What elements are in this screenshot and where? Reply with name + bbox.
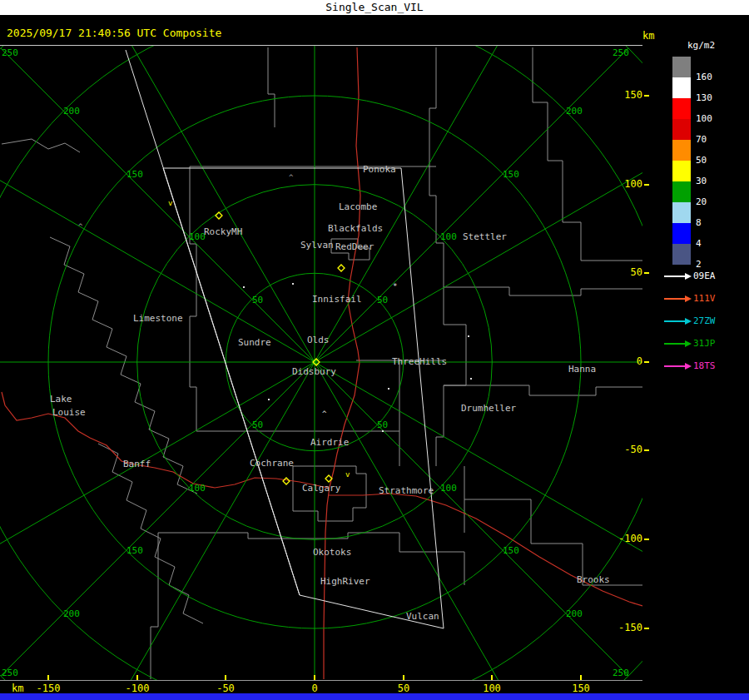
- scale-value: 8: [696, 217, 702, 228]
- city-label: Okotoks: [313, 547, 351, 558]
- right-axis-tick-label: -50: [609, 444, 642, 455]
- ring-label: 200: [63, 106, 80, 117]
- right-axis-tick-label: 100: [609, 178, 642, 190]
- legend-site-id: 27ZW: [693, 315, 716, 326]
- legend-site-row: 09EA: [664, 265, 716, 287]
- city-label: Lake: [50, 394, 72, 405]
- scale-value: 50: [696, 155, 707, 166]
- range-spoke-240: [0, 362, 315, 584]
- legend-site-id: 111V: [693, 293, 716, 304]
- ring-label: 150: [503, 545, 519, 556]
- ring-label: 50: [252, 295, 263, 305]
- ring-label: 100: [440, 231, 457, 242]
- right-axis-tick: [644, 539, 649, 540]
- city-label: HighRiver: [320, 576, 370, 587]
- right-axis-tick-label: -150: [609, 622, 642, 633]
- city-label: Stettler: [463, 231, 507, 242]
- city-label: RedDeer: [335, 241, 374, 252]
- caret-marker: ^: [322, 410, 327, 418]
- city-label: Innisfail: [312, 294, 362, 305]
- bottom-axis-tick: [225, 675, 226, 680]
- ring-label: 50: [252, 420, 263, 430]
- scale-swatch: [672, 140, 691, 161]
- town-dot-marker: [470, 378, 472, 380]
- bottom-axis-tick-label: 50: [384, 683, 424, 694]
- right-axis-tick: [644, 184, 649, 186]
- town-dot-marker: [388, 388, 389, 390]
- legend-site-row: 111V: [664, 287, 716, 310]
- bottom-axis-tick-label: -100: [117, 683, 157, 694]
- county-boundary: [429, 47, 444, 325]
- window-title-bar: Single_Scan_VIL: [0, 0, 749, 15]
- city-label: Strathmore: [379, 485, 434, 496]
- scan-timestamp: 2025/09/17 21:40:56 UTC Composite: [7, 27, 221, 39]
- city-label: Sundre: [238, 337, 271, 348]
- ring-label: 100: [189, 231, 206, 242]
- city-label: Olds: [307, 335, 330, 345]
- vee-marker: v: [345, 470, 350, 479]
- legend-arrow: [664, 298, 686, 300]
- right-axis-tick-label: -100: [609, 533, 642, 544]
- caret-marker: ^: [289, 173, 294, 181]
- county-boundary: [444, 287, 642, 295]
- legend-arrow: [664, 320, 686, 322]
- right-axis-tick-label: 150: [609, 89, 642, 101]
- county-boundary: [444, 385, 642, 395]
- highway-1-west: [2, 392, 328, 488]
- caret-marker: ^: [78, 222, 83, 231]
- scale-swatch: [672, 77, 691, 98]
- map-border-bottom: [0, 680, 642, 681]
- scale-unit-label: kg/m2: [687, 40, 715, 51]
- legend-site-row: 18TS: [664, 355, 716, 377]
- right-axis-tick: [644, 628, 649, 629]
- right-axis-tick: [644, 272, 649, 274]
- range-spoke-210: [92, 362, 315, 681]
- scale-swatch: [672, 119, 691, 140]
- city-label: Limestone: [133, 313, 183, 324]
- bottom-axis-tick: [314, 675, 315, 680]
- scale-value: 4: [696, 238, 702, 249]
- legend-site-row: 27ZW: [664, 310, 716, 332]
- city-label: Brooks: [577, 574, 610, 585]
- legend-arrow: [664, 276, 686, 277]
- county-boundary: [399, 533, 464, 585]
- right-axis-tick: [644, 361, 649, 363]
- legend-site-row: 31JP: [664, 332, 716, 355]
- city-label: Vulcan: [406, 611, 439, 622]
- ring-label: 250: [613, 668, 629, 678]
- city-label: Didsbury: [292, 366, 336, 377]
- bottom-axis-tick: [491, 675, 493, 680]
- ring-label: 150: [503, 169, 519, 180]
- scale-value: 70: [696, 134, 707, 145]
- city-label: Blackfalds: [328, 223, 383, 234]
- bottom-axis-unit: km: [12, 683, 23, 694]
- ring-label: 250: [2, 668, 18, 678]
- city-label: Sylvan: [300, 240, 334, 251]
- radar-site-marker: [283, 478, 290, 484]
- ring-label: 100: [189, 483, 206, 494]
- highway-1-east: [328, 494, 642, 606]
- town-dot-marker: [268, 399, 270, 400]
- bottom-axis-tick: [47, 675, 49, 680]
- scale-value: 130: [696, 92, 712, 103]
- city-label: RockyMH: [204, 226, 242, 237]
- ring-label: 150: [126, 169, 143, 180]
- county-boundary: [151, 533, 158, 679]
- radar-map[interactable]: 5010015020025050100150200250501001502002…: [0, 46, 642, 681]
- city-label: Cochrane: [250, 458, 294, 469]
- bottom-axis-tick-label: 150: [561, 683, 601, 694]
- legend-arrow: [664, 365, 686, 367]
- scale-swatch: [672, 161, 691, 181]
- ring-label: 50: [377, 420, 388, 430]
- city-label: Drumheller: [461, 403, 517, 414]
- county-boundary: [436, 325, 466, 466]
- bottom-axis-tick-label: 100: [472, 683, 512, 694]
- town-dot-marker: [468, 335, 469, 337]
- site-markers: vv*^^^: [78, 173, 472, 484]
- range-spoke-225: [1, 362, 315, 676]
- bottom-axis-tick-label: -50: [206, 683, 246, 694]
- town-dot-marker: [292, 283, 294, 285]
- park-boundary: [50, 237, 197, 494]
- star-marker: *: [393, 282, 397, 290]
- scale-swatch: [672, 244, 691, 265]
